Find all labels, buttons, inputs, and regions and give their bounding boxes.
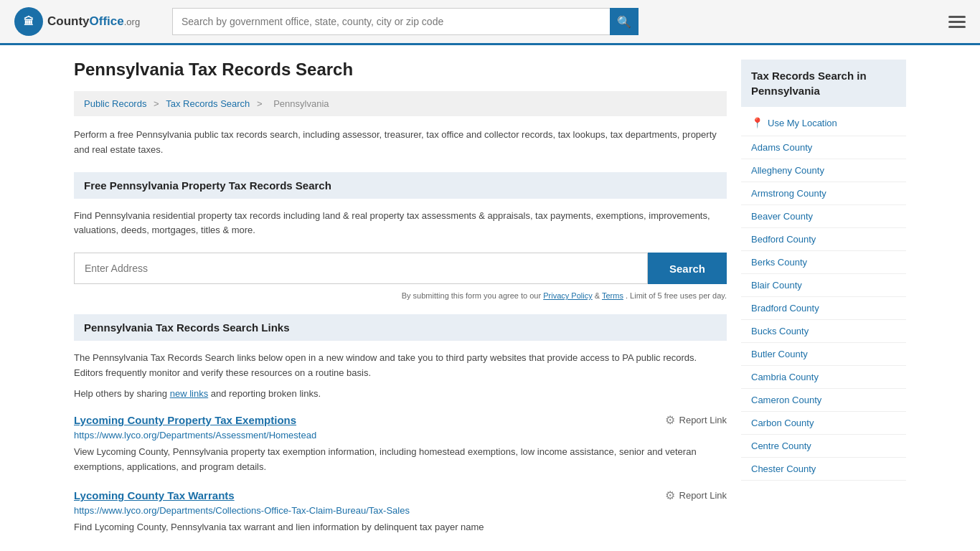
sidebar: Tax Records Search in Pennsylvania 📍 Use…	[741, 60, 906, 550]
report-label-1: Report Link	[679, 415, 727, 425]
link-url-2: https://www.lyco.org/Departments/Collect…	[74, 505, 727, 516]
sidebar-county-item: Chester County	[741, 458, 906, 481]
sidebar-county-link-14[interactable]: Chester County	[741, 458, 906, 480]
menu-line	[948, 21, 966, 23]
sidebar-county-item: Cambria County	[741, 366, 906, 389]
links-description: The Pennsylvania Tax Records Search link…	[74, 351, 727, 381]
report-icon-2: ⚙	[665, 489, 675, 502]
content-area: Pennsylvania Tax Records Search Public R…	[74, 60, 727, 550]
sidebar-county-item: Bradford County	[741, 297, 906, 320]
terms-link[interactable]: Terms	[602, 291, 623, 300]
sidebar-county-item: Butler County	[741, 343, 906, 366]
link-desc-2: Find Lycoming County, Pennsylvania tax w…	[74, 520, 727, 535]
link-entry-2: Lycoming County Tax Warrants ⚙ Report Li…	[74, 489, 727, 535]
page-description: Perform a free Pennsylvania public tax r…	[74, 128, 727, 158]
sidebar-county-item: Carbon County	[741, 412, 906, 435]
sidebar-county-link-9[interactable]: Butler County	[741, 343, 906, 365]
menu-line	[948, 26, 966, 28]
link-desc-1: View Lycoming County, Pennsylvania prope…	[74, 445, 727, 475]
global-search-container: 🔍	[172, 8, 639, 35]
breadcrumb: Public Records > Tax Records Search > Pe…	[74, 91, 727, 116]
sidebar-county-item: Allegheny County	[741, 159, 906, 182]
sidebar-county-item: Berks County	[741, 251, 906, 274]
limit-text: . Limit of 5 free uses per day.	[626, 291, 727, 300]
sidebar-county-link-2[interactable]: Armstrong County	[741, 182, 906, 204]
breadcrumb-sep2: >	[257, 98, 265, 109]
sidebar-county-link-4[interactable]: Bedford County	[741, 228, 906, 250]
breadcrumb-tax-records[interactable]: Tax Records Search	[166, 98, 250, 109]
report-link-btn-2[interactable]: ⚙ Report Link	[665, 489, 727, 502]
sidebar-county-link-6[interactable]: Blair County	[741, 274, 906, 296]
link-entry-1: Lycoming County Property Tax Exemptions …	[74, 413, 727, 475]
report-icon-1: ⚙	[665, 413, 675, 427]
svg-text:🏛: 🏛	[24, 15, 34, 27]
sidebar-county-link-11[interactable]: Cameron County	[741, 389, 906, 411]
sidebar-county-link-0[interactable]: Adams County	[741, 136, 906, 159]
sidebar-county-item: Bucks County	[741, 320, 906, 343]
privacy-policy-link[interactable]: Privacy Policy	[543, 291, 592, 300]
hamburger-menu-button[interactable]	[948, 16, 966, 28]
breadcrumb-pennsylvania: Pennsylvania	[273, 98, 329, 109]
property-section-header: Free Pennsylvania Property Tax Records S…	[74, 172, 727, 199]
link-title-1[interactable]: Lycoming County Property Tax Exemptions	[74, 414, 296, 426]
sidebar-county-link-3[interactable]: Beaver County	[741, 205, 906, 227]
links-section-header: Pennsylvania Tax Records Search Links	[74, 314, 727, 341]
report-label-2: Report Link	[679, 490, 727, 501]
use-location-label: Use My Location	[768, 118, 837, 128]
menu-line	[948, 16, 966, 18]
link-entry-header-2: Lycoming County Tax Warrants ⚙ Report Li…	[74, 489, 727, 502]
use-location-button[interactable]: 📍 Use My Location	[741, 110, 906, 136]
sidebar-county-item: Beaver County	[741, 205, 906, 228]
link-entry-header-1: Lycoming County Property Tax Exemptions …	[74, 413, 727, 427]
sidebar-county-item: Centre County	[741, 435, 906, 458]
global-search-button[interactable]: 🔍	[610, 8, 639, 35]
main-container: Pennsylvania Tax Records Search Public R…	[60, 45, 920, 551]
page-title: Pennsylvania Tax Records Search	[74, 60, 727, 80]
sidebar-county-link-8[interactable]: Bucks County	[741, 320, 906, 342]
breadcrumb-public-records[interactable]: Public Records	[84, 98, 146, 109]
sidebar-county-item: Armstrong County	[741, 182, 906, 205]
sidebar-title: Tax Records Search in Pennsylvania	[741, 60, 906, 107]
property-search-form: Search	[74, 253, 727, 284]
new-links-link[interactable]: new links	[170, 388, 208, 399]
sidebar-county-link-7[interactable]: Bradford County	[741, 297, 906, 319]
sidebar-county-item: Adams County	[741, 136, 906, 159]
breadcrumb-sep1: >	[154, 98, 161, 109]
sidebar-county-item: Blair County	[741, 274, 906, 297]
county-list: Adams CountyAllegheny CountyArmstrong Co…	[741, 136, 906, 481]
disclaimer-text: By submitting this form you agree to our	[402, 291, 541, 300]
global-search-input[interactable]	[172, 8, 610, 35]
search-icon: 🔍	[617, 15, 631, 29]
sidebar-county-link-1[interactable]: Allegheny County	[741, 159, 906, 182]
sidebar-county-link-13[interactable]: Centre County	[741, 435, 906, 457]
sidebar-county-link-12[interactable]: Carbon County	[741, 412, 906, 434]
property-search-button[interactable]: Search	[648, 253, 727, 284]
property-description: Find Pennsylvania residential property t…	[74, 209, 727, 239]
logo-area: 🏛 CountyOffice.org	[14, 7, 158, 36]
sidebar-county-link-10[interactable]: Cambria County	[741, 366, 906, 388]
logo-icon: 🏛	[14, 7, 43, 36]
sidebar-county-link-5[interactable]: Berks County	[741, 251, 906, 273]
logo-text: CountyOffice.org	[47, 14, 140, 29]
form-disclaimer: By submitting this form you agree to our…	[74, 291, 727, 300]
location-icon: 📍	[751, 117, 763, 128]
link-url-1: https://www.lyco.org/Departments/Assessm…	[74, 430, 727, 441]
sharing-note: Help others by sharing new links and rep…	[74, 388, 727, 399]
link-title-2[interactable]: Lycoming County Tax Warrants	[74, 489, 235, 501]
sidebar-county-item: Bedford County	[741, 228, 906, 251]
address-input[interactable]	[74, 253, 648, 284]
sidebar-county-item: Cameron County	[741, 389, 906, 412]
site-header: 🏛 CountyOffice.org 🔍	[0, 0, 980, 45]
report-link-btn-1[interactable]: ⚙ Report Link	[665, 413, 727, 427]
